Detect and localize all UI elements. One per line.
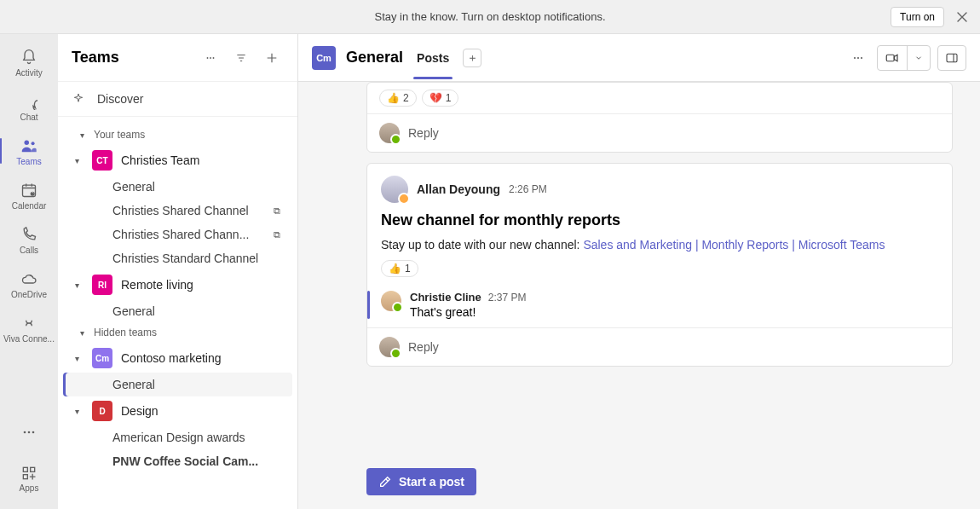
discover-label: Discover — [97, 92, 143, 106]
team-avatar: Cm — [92, 348, 112, 368]
reply-button[interactable]: Reply — [367, 114, 952, 152]
app-rail: Activity Chat Teams Calendar Calls OneDr… — [0, 34, 58, 509]
channel-item[interactable]: Christies Standard Channel — [58, 246, 297, 270]
reply-label: Reply — [408, 126, 439, 140]
channel-item[interactable]: Christies Shared Chann...⧉ — [58, 223, 297, 246]
chevron-down-icon: ▾ — [80, 328, 89, 338]
svg-point-5 — [28, 431, 31, 434]
create-team-button[interactable] — [260, 46, 284, 70]
team-label: Contoso marketing — [121, 351, 222, 365]
meet-button[interactable] — [877, 45, 931, 71]
rail-onedrive[interactable]: OneDrive — [3, 263, 55, 305]
reply-time: 2:37 PM — [488, 292, 527, 304]
svg-point-15 — [861, 56, 862, 58]
reply-button[interactable]: Reply — [367, 327, 952, 366]
team-remote-living[interactable]: ▾ Rl Remote living — [58, 270, 297, 299]
panel-icon — [945, 51, 959, 65]
team-label: Design — [121, 404, 159, 418]
svg-point-13 — [854, 56, 856, 58]
channel-item[interactable]: Christies Shared Channel⧉ — [58, 199, 297, 223]
phone-icon — [20, 225, 38, 244]
sidebar-title: Teams — [72, 49, 192, 67]
notification-banner: Stay in the know. Turn on desktop notifi… — [0, 0, 980, 34]
main-pane: Cm General Posts ＋ 👍2 — [298, 34, 980, 509]
channel-title: General — [346, 49, 403, 67]
post-author: Allan Deyoung — [417, 182, 500, 196]
apps-icon — [20, 465, 37, 482]
teams-sidebar: Teams Discover ▾ Your teams ▾ CT Christi… — [58, 34, 298, 509]
user-avatar — [379, 123, 400, 143]
svg-point-14 — [857, 56, 859, 58]
posts-feed: 👍2 💔1 Reply Allan Deyoung 2:26 PM — [298, 82, 980, 458]
post-time: 2:26 PM — [509, 183, 547, 195]
svg-point-4 — [24, 431, 26, 434]
teams-icon — [20, 136, 38, 155]
rail-teams[interactable]: Teams — [3, 130, 55, 172]
turn-on-button[interactable]: Turn on — [891, 7, 944, 27]
sparkle-icon — [72, 92, 85, 106]
chevron-down-icon: ▾ — [80, 130, 89, 140]
post-card: Allan Deyoung 2:26 PM New channel for mo… — [366, 163, 953, 367]
chevron-down-icon: ▾ — [75, 281, 84, 290]
reaction-thumbsup[interactable]: 👍1 — [381, 260, 418, 277]
user-avatar — [381, 291, 401, 311]
rail-chat[interactable]: Chat — [3, 85, 55, 128]
banner-text: Stay in the know. Turn on desktop notifi… — [375, 10, 606, 23]
team-contoso[interactable]: ▾ Cm Contoso marketing — [58, 344, 297, 373]
svg-rect-7 — [23, 467, 27, 471]
channel-item[interactable]: General — [58, 299, 297, 323]
reply-text: That's great! — [410, 305, 527, 319]
ellipsis-icon — [20, 424, 37, 441]
rail-apps[interactable]: Apps — [3, 458, 55, 499]
rail-calls[interactable]: Calls — [3, 218, 55, 261]
team-design[interactable]: ▾ D Design — [58, 396, 297, 425]
svg-point-10 — [207, 57, 209, 59]
start-post-button[interactable]: Start a post — [366, 468, 476, 495]
section-your-teams[interactable]: ▾ Your teams — [58, 125, 297, 146]
viva-icon — [20, 314, 38, 333]
reply-label: Reply — [408, 340, 439, 354]
channel-avatar: Cm — [312, 46, 336, 70]
rail-viva[interactable]: Viva Conne... — [3, 307, 55, 350]
rail-calendar[interactable]: Calendar — [3, 174, 55, 217]
more-options-button[interactable] — [199, 46, 222, 70]
team-christies[interactable]: ▾ CT Christies Team — [58, 146, 297, 175]
chevron-down-icon: ▾ — [75, 354, 84, 363]
channel-item-selected[interactable]: General — [63, 373, 292, 396]
compose-icon — [378, 475, 392, 489]
team-label: Christies Team — [121, 153, 199, 167]
reaction-heartbreak[interactable]: 💔1 — [422, 90, 459, 107]
rail-more[interactable] — [3, 412, 55, 453]
video-icon — [885, 50, 900, 66]
shared-icon: ⧉ — [274, 205, 280, 217]
meet-dropdown[interactable] — [908, 46, 930, 70]
channel-item[interactable]: American Design awards — [58, 425, 297, 449]
team-avatar: Rl — [92, 275, 112, 295]
team-avatar: CT — [92, 150, 112, 171]
svg-point-12 — [213, 57, 215, 59]
chevron-down-icon: ▾ — [75, 407, 84, 416]
bell-icon — [20, 48, 38, 67]
thread-reply: Christie Cline 2:37 PM That's great! — [367, 286, 952, 327]
cloud-icon — [20, 269, 38, 288]
rail-activity[interactable]: Activity — [3, 41, 55, 84]
user-avatar — [381, 176, 408, 203]
channel-header: Cm General Posts ＋ — [298, 34, 980, 82]
tab-posts[interactable]: Posts — [413, 37, 453, 79]
filter-button[interactable] — [229, 46, 253, 70]
section-hidden-teams[interactable]: ▾ Hidden teams — [58, 323, 297, 344]
discover-button[interactable]: Discover — [58, 82, 297, 117]
svg-rect-16 — [886, 55, 894, 61]
reaction-thumbsup[interactable]: 👍2 — [379, 90, 417, 107]
add-tab-button[interactable]: ＋ — [463, 49, 481, 67]
close-icon[interactable] — [951, 6, 973, 28]
channel-link[interactable]: Sales and Marketing | Monthly Reports | … — [583, 238, 885, 252]
open-pane-button[interactable] — [937, 45, 966, 71]
post-body: Stay up to date with our new channel: Sa… — [381, 238, 938, 252]
team-label: Remote living — [121, 278, 193, 292]
channel-item[interactable]: General — [58, 175, 297, 199]
channel-item[interactable]: PNW Coffee Social Cam... — [58, 449, 297, 473]
svg-point-0 — [25, 140, 30, 145]
svg-point-1 — [32, 142, 35, 145]
channel-more-button[interactable] — [846, 46, 870, 70]
